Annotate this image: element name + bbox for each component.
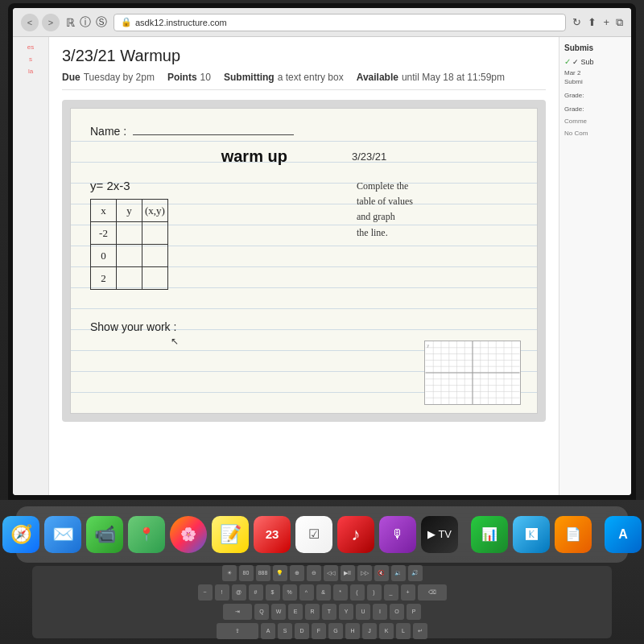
tab-overview-icon[interactable]: ⧉ (616, 16, 623, 29)
dock: 🙂 🧭 ✉️ 📹 📍 🌸 📝 23 ☑ ♪ 🎙 ▶ TV 📊 🅺 📄 A ⚙ (16, 506, 628, 563)
key-minus[interactable]: _ (384, 584, 398, 601)
dock-pages[interactable]: 📄 (555, 516, 592, 553)
key-5[interactable]: % (283, 584, 297, 601)
worksheet-container: Name : warm up 3/23/21 y (62, 100, 546, 422)
dock-appstore[interactable]: A (605, 516, 642, 553)
col-x-header: x (91, 200, 117, 222)
reload-icon[interactable]: ↻ (572, 16, 581, 28)
key-i[interactable]: I (373, 604, 387, 620)
key-w[interactable]: W (271, 604, 286, 620)
key-fn2[interactable]: 80 (239, 565, 254, 581)
key-tilde[interactable]: ~ (198, 584, 213, 601)
submission-check-label: ✓ Sub (572, 58, 594, 66)
worksheet-right: Complete the table of values and graph t… (357, 179, 518, 301)
key-fn11[interactable]: 🔉 (391, 565, 406, 581)
main-content: 3/23/21 Warmup Due Tuesday by 2pm Points… (49, 37, 559, 495)
sidebar-item-la[interactable]: la (16, 68, 45, 75)
key-0[interactable]: ) (367, 584, 382, 601)
key-fn6[interactable]: ⊖ (307, 565, 321, 581)
key-3[interactable]: # (249, 584, 263, 601)
dock-facetime[interactable]: 📹 (86, 516, 123, 553)
col-xy-header: (x,y) (142, 200, 168, 222)
key-p[interactable]: P (407, 604, 421, 620)
dock-reminders[interactable]: ☑ (295, 516, 332, 553)
submitting-label: Submitting (224, 72, 275, 83)
dock-calendar[interactable]: 23 (254, 516, 291, 553)
key-1[interactable]: ! (215, 584, 229, 601)
key-r[interactable]: R (305, 604, 320, 620)
key-fn9[interactable]: ▷▷ (357, 565, 372, 581)
key-l[interactable]: L (396, 623, 411, 639)
key-fn10[interactable]: 🔇 (374, 565, 389, 581)
key-fn4[interactable]: 💡 (273, 565, 287, 581)
key-y[interactable]: Y (339, 604, 353, 620)
key-s[interactable]: S (278, 623, 292, 639)
key-d[interactable]: D (295, 623, 309, 639)
row1-x: -2 (91, 222, 117, 245)
keyboard-row2: ⇥ Q W E R T Y U I O P (223, 604, 421, 620)
sidebar-item-s[interactable]: s (16, 56, 45, 63)
sidebar-item-es[interactable]: es (16, 43, 45, 51)
key-tab[interactable]: ⇥ (223, 604, 252, 620)
key-u[interactable]: U (356, 604, 370, 620)
key-o[interactable]: O (390, 604, 404, 620)
key-fn8[interactable]: ▶II (341, 565, 355, 581)
instruction-line2: table of values (357, 194, 518, 209)
worksheet-title-row: warm up 3/23/21 (90, 147, 518, 166)
dock-maps[interactable]: 📍 (128, 516, 165, 553)
key-backspace[interactable]: ⌫ (418, 584, 447, 601)
key-7[interactable]: & (316, 584, 331, 601)
address-bar[interactable]: 🔒 asdk12.instructure.com (114, 14, 566, 31)
row2-x: 0 (91, 245, 117, 267)
mini-graph: y (424, 341, 521, 405)
key-e[interactable]: E (288, 604, 303, 620)
dock-keynote[interactable]: 🅺 (513, 516, 550, 553)
key-fn3[interactable]: 888 (256, 565, 270, 581)
key-enter[interactable]: ↵ (413, 623, 427, 639)
dock-photos[interactable]: 🌸 (170, 516, 207, 553)
key-g[interactable]: G (328, 623, 343, 639)
dock-numbers[interactable]: 📊 (471, 516, 508, 553)
new-tab-icon[interactable]: + (603, 16, 609, 28)
back-button[interactable]: < (21, 14, 39, 31)
key-fn1[interactable]: ☀ (222, 565, 237, 581)
share-icon[interactable]: ⬆ (588, 16, 597, 28)
available-value: until May 18 at 11:59pm (402, 72, 505, 83)
due-value: Tuesday by 2pm (84, 72, 155, 83)
dock-podcasts[interactable]: 🎙 (379, 516, 416, 553)
key-fn5[interactable]: ⊕ (290, 565, 304, 581)
key-caps[interactable]: ⇪ (217, 623, 258, 639)
page-title: 3/23/21 Warmup (62, 47, 546, 65)
keyboard-row1: ~ ! @ # $ % ^ & * ( ) _ + ⌫ (198, 584, 447, 601)
key-q[interactable]: Q (254, 604, 269, 620)
dock-music[interactable]: ♪ (337, 516, 374, 553)
key-j[interactable]: J (362, 623, 377, 639)
worksheet-left: y= 2x-3 x y (x,y) (90, 179, 344, 301)
forward-button[interactable]: > (42, 14, 60, 31)
key-6[interactable]: ^ (299, 584, 314, 601)
submission-check-item[interactable]: ✓ ✓ Sub (564, 57, 626, 66)
row3-x: 2 (91, 267, 117, 290)
submission-date: Mar 2 (564, 69, 626, 76)
key-plus[interactable]: + (401, 584, 415, 601)
keyboard-area: 🙂 🧭 ✉️ 📹 📍 🌸 📝 23 ☑ ♪ 🎙 ▶ TV 📊 🅺 📄 A ⚙ ☀ (0, 500, 644, 644)
key-8[interactable]: * (333, 584, 348, 601)
dock-mail[interactable]: ✉️ (44, 516, 81, 553)
key-k[interactable]: K (379, 623, 394, 639)
key-9[interactable]: ( (350, 584, 365, 601)
dock-appletv[interactable]: ▶ TV (421, 516, 458, 553)
key-h[interactable]: H (345, 623, 360, 639)
grade-label2: Grade: (564, 105, 626, 113)
laptop-shell: < > ℝ ⓘ Ⓢ 🔒 asdk12.instructure.com ↻ ⬆ +… (0, 0, 644, 644)
dock-safari[interactable]: 🧭 (2, 516, 39, 553)
key-t[interactable]: T (322, 604, 336, 620)
keyboard-body: ☀ 80 888 💡 ⊕ ⊖ ◁◁ ▶II ▷▷ 🔇 🔉 🔊 ~ ! @ # $… (32, 566, 612, 638)
key-4[interactable]: $ (266, 584, 280, 601)
assignment-meta: Due Tuesday by 2pm Points 10 Submitting … (62, 72, 546, 90)
key-fn7[interactable]: ◁◁ (324, 565, 338, 581)
key-a[interactable]: A (261, 623, 275, 639)
dock-notes[interactable]: 📝 (212, 516, 249, 553)
key-fn12[interactable]: 🔊 (408, 565, 423, 581)
key-f[interactable]: F (312, 623, 326, 639)
key-2[interactable]: @ (232, 584, 246, 601)
